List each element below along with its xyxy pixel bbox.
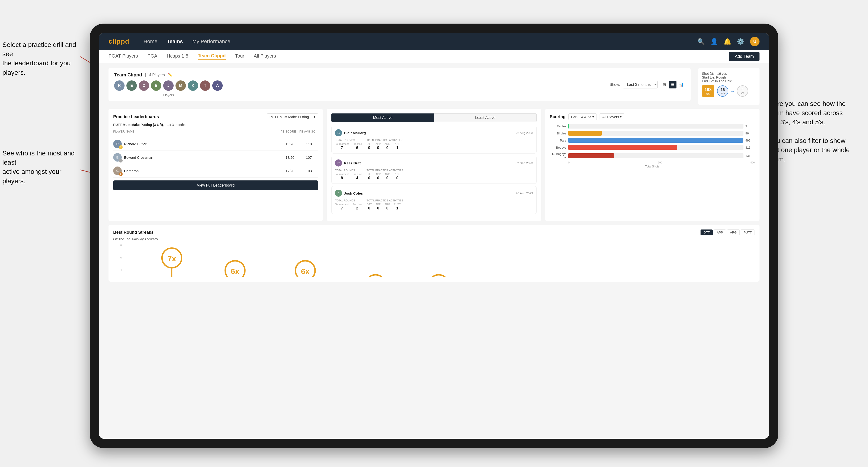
lb-avg-3: 103: [299, 169, 318, 173]
bar-label-dbogeys: D. Bogeys +: [550, 152, 566, 159]
settings-icon[interactable]: ⚙️: [737, 38, 744, 45]
subnav-pga[interactable]: PGA: [148, 53, 157, 60]
streaks-tabs: OTT APP ARG PUTT: [701, 229, 755, 236]
subnav-all-players[interactable]: All Players: [254, 53, 276, 60]
practice-leaderboards-header: Practice Leaderboards PUTT Must Make Put…: [113, 114, 318, 120]
practice-drill-dropdown[interactable]: PUTT Must Make Putting ... ▾: [267, 114, 318, 120]
most-active-tab[interactable]: Most Active: [331, 114, 434, 122]
pac-tournament-col: Tournament 7: [335, 143, 349, 150]
bar-fill-bogeys: [568, 145, 677, 150]
gold-badge: 1: [119, 145, 123, 149]
team-title: Team Clippd: [114, 72, 142, 77]
nav-teams[interactable]: Teams: [167, 38, 183, 44]
shot-card-header: Shot Dist: 16 yds Start Lie: Rough End L…: [702, 72, 756, 83]
edit-icon[interactable]: ✏️: [168, 73, 173, 77]
bar-container-bogeys: [568, 145, 743, 150]
chevron-down-icon: ▾: [620, 115, 622, 119]
bar-fill-dbogeys: [568, 153, 614, 158]
player-avatar[interactable]: T: [200, 81, 210, 91]
lb-avatar-2: E 2: [113, 153, 122, 161]
player-avatar[interactable]: R: [114, 81, 125, 91]
player-avatar[interactable]: M: [176, 81, 186, 91]
player-avatar[interactable]: C: [139, 81, 149, 91]
pac-total-rounds-blair: Total Rounds Tournament 7 Practice 6: [335, 139, 362, 150]
pac-avatar-josh: J: [335, 190, 342, 197]
player-avatar[interactable]: K: [188, 81, 198, 91]
add-team-button[interactable]: Add Team: [729, 52, 760, 61]
pac-header-rees: R Rees Britt 02 Sep 2023: [335, 159, 533, 166]
par-filter-dropdown[interactable]: Par 3, 4 & 5s ▾: [568, 114, 597, 120]
bar-label-bogeys: Bogeys: [550, 146, 566, 149]
subnav-tour[interactable]: Tour: [235, 53, 244, 60]
view-full-leaderboard-button[interactable]: View Full Leaderboard: [113, 181, 318, 190]
scoring-bar-chart: Eagles 3 Birdies 96: [550, 124, 755, 159]
bar-row-birdies: Birdies 96: [550, 131, 755, 135]
pac-total-rounds-label: Total Rounds: [335, 139, 362, 142]
player-avatar[interactable]: J: [163, 81, 174, 91]
streaks-subtitle: Off The Tee, Fairway Accuracy: [113, 237, 755, 241]
bar-fill-birdies: [568, 131, 602, 135]
streaks-tab-arg[interactable]: ARG: [727, 229, 740, 236]
bar-fill-pars: [568, 138, 743, 143]
player-avatar[interactable]: B: [151, 81, 161, 91]
search-icon[interactable]: 🔍: [697, 38, 705, 45]
bar-value-eagles: 3: [745, 125, 755, 128]
lb-score-2: 18/20: [280, 155, 299, 159]
player-avatar[interactable]: A: [212, 81, 223, 91]
bar-container-birdies: [568, 131, 743, 135]
players-label: Players: [163, 93, 174, 97]
table-row: R 1 Richard Butler 19/20 110: [113, 137, 318, 151]
pac-name-blair: Blair McHarg: [344, 131, 366, 135]
streaks-title: Best Round Streaks: [113, 230, 154, 235]
lb-avg-2: 107: [299, 155, 318, 159]
list-view-icon[interactable]: ☰: [669, 81, 677, 88]
nav-my-performance[interactable]: My Performance: [192, 38, 230, 44]
lb-avatar-3: C 3: [113, 166, 122, 175]
grid-view-icon[interactable]: ⊞: [660, 81, 668, 88]
subnav-hcaps[interactable]: Hcaps 1-5: [167, 53, 188, 60]
bell-icon[interactable]: 🔔: [724, 38, 731, 45]
person-icon[interactable]: 👤: [710, 38, 718, 45]
subnav-pgat[interactable]: PGAT Players: [108, 53, 138, 60]
pac-practice-activities-blair: Total Practice Activities OTT 0 APP 0: [367, 139, 403, 150]
pac-player-blair: B Blair McHarg: [335, 129, 366, 136]
yds-end: 0 yds: [737, 85, 748, 97]
view-icons: ⊞ ☰ 📊: [660, 81, 685, 88]
nav-home[interactable]: Home: [144, 38, 157, 44]
best-round-streaks-card: Best Round Streaks OTT APP ARG PUTT Off …: [108, 225, 760, 282]
chart-axis: 0 200 400: [550, 161, 755, 164]
svg-text:6x: 6x: [231, 267, 239, 276]
table-row: C 3 Cameron... 17/20 103: [113, 164, 318, 178]
subnav-team-clippd[interactable]: Team Clippd: [198, 53, 226, 60]
least-active-tab[interactable]: Least Active: [434, 114, 536, 122]
activity-card: Most Active Least Active B Blair McHarg …: [327, 109, 541, 221]
avatar[interactable]: U: [750, 37, 760, 46]
show-select[interactable]: Last 3 months: [623, 81, 658, 88]
pac-date-blair: 26 Aug 2023: [516, 131, 533, 135]
annotation-top-right: Here you can see how theteam have scored…: [769, 99, 849, 164]
streaks-tab-putt[interactable]: PUTT: [741, 229, 755, 236]
player-avatar[interactable]: E: [126, 81, 137, 91]
streaks-tab-app[interactable]: APP: [714, 229, 726, 236]
lb-avatar-1: R 1: [113, 139, 122, 148]
pac-date-josh: 26 Aug 2023: [516, 191, 533, 195]
pac-avatar-blair: B: [335, 129, 342, 136]
svg-text:6x: 6x: [301, 267, 309, 276]
pac-practice-activities-label: Total Practice Activities: [367, 139, 403, 142]
annotation-top-left: Select a practice drill and seethe leade…: [2, 40, 83, 77]
chart-view-icon[interactable]: 📊: [677, 81, 685, 88]
chart-axis-title: Total Shots: [550, 165, 755, 168]
streaks-tab-ott[interactable]: OTT: [701, 229, 713, 236]
bronze-badge: 3: [119, 172, 123, 176]
bar-value-birdies: 96: [745, 132, 755, 135]
lb-name-2: Edward Crossman: [124, 155, 153, 159]
lb-player-2: E 2 Edward Crossman: [113, 153, 280, 161]
table-row: E 2 Edward Crossman 18/20 107: [113, 151, 318, 164]
subnav: PGAT Players PGA Hcaps 1-5 Team Clippd T…: [99, 50, 769, 63]
bar-row-bogeys: Bogeys 311: [550, 145, 755, 150]
bar-label-eagles: Eagles: [550, 125, 566, 128]
team-player-count: | 14 Players: [145, 73, 165, 77]
players-filter-dropdown[interactable]: All Players ▾: [599, 114, 624, 120]
shot-yds: 16 yds → 0 yds: [717, 85, 748, 97]
leaderboard-header-row: PLAYER NAME PB SCORE PB AVG SQ: [113, 130, 318, 135]
